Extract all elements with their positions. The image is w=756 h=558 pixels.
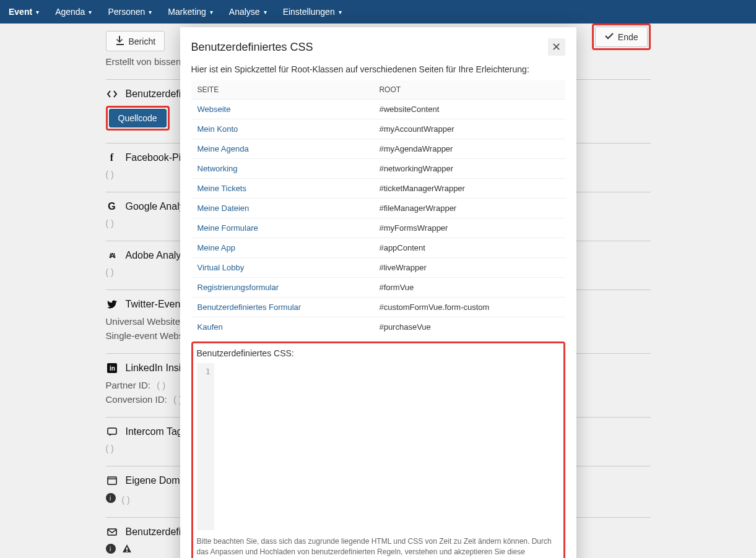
svg-rect-3 [108,477,116,484]
download-icon [115,35,125,47]
nav-agenda[interactable]: Agenda▾ [55,7,92,17]
table-row: Mein Konto#myAccountWrapper [191,119,565,139]
chevron-down-icon: ▾ [210,9,213,15]
svg-rect-10 [126,547,128,550]
root-selector: #formVue [373,278,565,298]
root-selector: #ticketManagerWrapper [373,179,565,199]
quellcode-label: Quellcode [118,113,157,123]
modal-title: Benutzerdefiniertes CSS [191,41,313,54]
nav-einstellungen[interactable]: Einstellungen▾ [283,7,342,17]
root-selector: #customFormVue.form-custom [373,298,565,317]
page-link[interactable]: Kaufen [198,322,223,332]
chevron-down-icon: ▾ [339,9,342,15]
root-selector: #myAccountWrapper [373,119,565,139]
editor-gutter: 1 [197,363,214,530]
google-icon: G [106,201,118,212]
modal-hint: Hier ist ein Spickzettel für Root-Klasse… [180,56,576,80]
quellcode-button[interactable]: Quellcode [109,109,167,127]
facebook-icon: f [106,152,118,163]
table-row: Benutzerdefiniertes Formular#customFormV… [191,298,565,317]
table-row: Meine Dateien#fileManagerWrapper [191,199,565,218]
root-selector: #myFormsWrapper [373,218,565,238]
root-selector: #appContent [373,238,565,258]
page-link[interactable]: Networking [198,164,238,173]
page-link[interactable]: Webseite [198,105,231,114]
warning-icon [122,544,132,556]
quellcode-highlight: Quellcode [106,106,170,131]
page-link[interactable]: Benutzerdefiniertes Formular [198,303,302,312]
page-link[interactable]: Virtual Lobby [198,263,245,272]
linkedin-icon: in [106,363,118,373]
root-selector: #networkingWrapper [373,159,565,179]
page-link[interactable]: Meine Formulare [198,223,258,233]
nav-analyse[interactable]: Analyse▾ [229,7,267,17]
table-row: Networking#networkingWrapper [191,159,565,179]
root-classes-table: SEITE ROOT Webseite#websiteContentMein K… [191,80,565,337]
ende-label: Ende [618,32,638,42]
section-twitter-title: Twitter-Event [126,299,183,310]
editor-highlight: Benutzerdefiniertes CSS: 1 Bitte beachte… [191,341,565,558]
twitter-icon [106,299,118,309]
nav-personen[interactable]: Personen▾ [108,7,152,17]
table-row: Virtual Lobby#liveWrapper [191,258,565,278]
table-row: Meine Agenda#myAgendaWrapper [191,139,565,159]
table-row: Webseite#websiteContent [191,100,565,119]
css-editor[interactable]: 1 [197,363,560,530]
col-page: SEITE [191,80,373,100]
svg-rect-7 [108,529,116,535]
chevron-down-icon: ▾ [36,9,39,15]
table-row: Meine Formulare#myFormsWrapper [191,218,565,238]
editor-code[interactable] [214,363,560,530]
page-link[interactable]: Meine App [198,243,235,252]
ende-highlight: Ende [592,24,651,50]
adobe-icon: /A\ [106,252,118,259]
root-selector: #fileManagerWrapper [373,199,565,218]
empty-value: ( ) [122,495,130,505]
svg-text:i: i [110,495,111,502]
chat-icon [106,427,118,437]
editor-label: Benutzerdefiniertes CSS: [197,348,560,358]
code-icon [106,89,118,99]
top-nav: Event▾ Agenda▾ Personen▾ Marketing▾ Anal… [0,0,756,24]
nav-marketing[interactable]: Marketing▾ [168,7,212,17]
svg-text:i: i [110,546,111,552]
chevron-down-icon: ▾ [264,9,267,15]
page-link[interactable]: Mein Konto [198,124,238,134]
chevron-down-icon: ▾ [89,9,92,15]
page-link[interactable]: Meine Agenda [198,144,249,153]
svg-rect-11 [126,551,128,552]
table-row: Kaufen#purchaseVue [191,317,565,337]
page-link[interactable]: Meine Tickets [198,184,246,193]
nav-event[interactable]: Event▾ [9,7,39,17]
info-icon: i [106,493,116,505]
close-icon: ✕ [552,40,561,54]
svg-rect-2 [108,428,116,434]
root-selector: #purchaseVue [373,317,565,337]
bericht-label: Bericht [129,36,156,46]
section-mail-title: Benutzerdefin [126,526,187,538]
root-selector: #myAgendaWrapper [373,139,565,159]
page-link[interactable]: Registrierungsformular [198,283,279,292]
table-row: Meine Tickets#ticketManagerWrapper [191,179,565,199]
mail-icon [106,527,118,537]
root-selector: #liveWrapper [373,258,565,278]
check-icon [604,31,614,43]
info-icon: i [106,544,116,556]
page-link[interactable]: Meine Dateien [198,204,250,213]
ende-button[interactable]: Ende [595,27,648,47]
root-selector: #websiteContent [373,100,565,119]
section-intercom-title: Intercom Tag I [126,426,188,437]
section-css-title: Benutzerdefini [126,88,189,100]
css-modal: Benutzerdefiniertes CSS ✕ Hier ist ein S… [180,27,576,558]
table-row: Registrierungsformular#formVue [191,278,565,298]
table-row: Meine App#appContent [191,238,565,258]
svg-text:in: in [110,365,115,372]
bericht-button[interactable]: Bericht [106,31,165,51]
close-button[interactable]: ✕ [548,38,565,56]
editor-note: Bitte beachten Sie, dass sich das zugrun… [197,530,560,558]
chevron-down-icon: ▾ [149,9,152,15]
col-root: ROOT [373,80,565,100]
window-icon [106,476,118,486]
